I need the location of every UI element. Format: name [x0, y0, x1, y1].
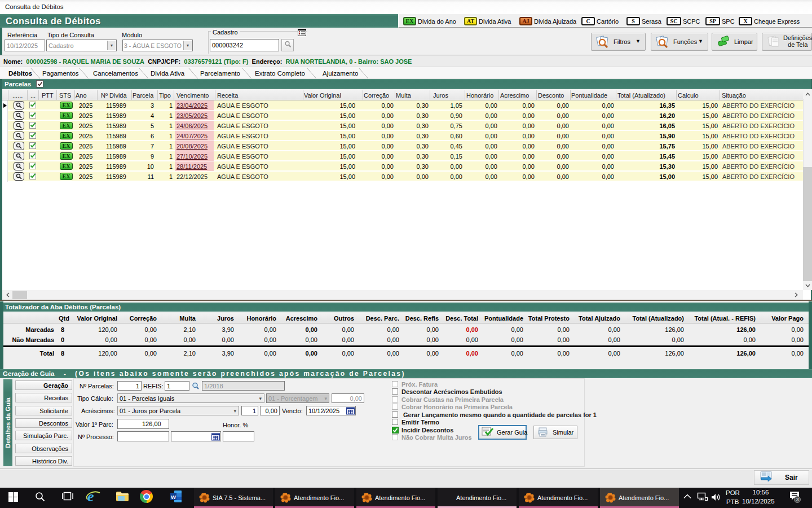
svg-text:e: e — [87, 489, 94, 504]
svg-text:3: 3 — [796, 497, 799, 502]
svg-text:W: W — [171, 494, 176, 500]
